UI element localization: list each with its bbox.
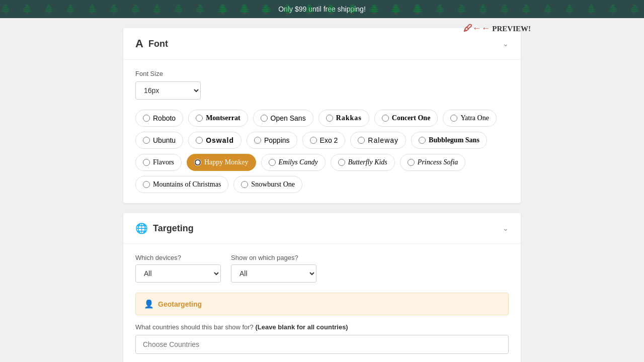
font-radio-poppins[interactable] xyxy=(254,137,261,144)
globe-icon: 🌐 xyxy=(135,222,148,234)
devices-group: Which devices? All Desktop Mobile Tablet xyxy=(135,254,221,283)
font-option-butterfly[interactable]: Butterfly Kids xyxy=(331,154,395,171)
font-option-princesssofia[interactable]: Princess Sofia xyxy=(400,154,466,171)
targeting-section-body: Which devices? All Desktop Mobile Tablet… xyxy=(123,244,521,362)
font-radio-butterfly[interactable] xyxy=(338,159,345,166)
font-radio-emilycandy[interactable] xyxy=(269,159,276,166)
font-option-raleway[interactable]: Raleway xyxy=(350,132,406,149)
pages-label: Show on which pages? xyxy=(231,254,316,261)
devices-label: Which devices? xyxy=(135,254,221,261)
font-option-rakkas[interactable]: Rakkas xyxy=(318,110,369,127)
font-title-text: Font xyxy=(148,39,168,49)
font-option-bubblegum[interactable]: Bubblegum Sans xyxy=(411,132,487,149)
font-label-bubblegum: Bubblegum Sans xyxy=(429,136,479,144)
countries-input[interactable] xyxy=(135,335,509,354)
font-label-raleway: Raleway xyxy=(368,136,398,144)
font-radio-opensans[interactable] xyxy=(261,115,268,122)
font-radio-flavors[interactable] xyxy=(143,159,150,166)
targeting-title-text: Targeting xyxy=(153,223,194,234)
font-label-montserrat: Montserrat xyxy=(206,114,240,122)
font-label-rakkas: Rakkas xyxy=(336,114,362,122)
font-option-flavors[interactable]: Flavors xyxy=(135,154,182,171)
font-radio-princesssofia[interactable] xyxy=(408,159,415,166)
font-option-exo2[interactable]: Exo 2 xyxy=(302,132,346,149)
font-label-happymonkey: Happy Monkey xyxy=(204,158,249,166)
font-radio-montserrat[interactable] xyxy=(196,115,203,122)
targeting-row: Which devices? All Desktop Mobile Tablet… xyxy=(135,254,509,283)
font-size-label: Font Size xyxy=(135,70,509,77)
font-section-title: A Font xyxy=(135,37,168,50)
targeting-chevron-icon[interactable]: ⌄ xyxy=(503,224,509,232)
preview-label: PREVIEW! xyxy=(492,25,531,33)
font-radio-raleway[interactable] xyxy=(358,137,365,144)
top-bar-message: Only $99 until free shipping! xyxy=(278,5,366,13)
font-label-roboto: Roboto xyxy=(153,114,176,122)
font-label-oswald: Oswald xyxy=(206,136,234,144)
font-section-body: Font Size 12px 14px 16px 18px 20px 24px … xyxy=(123,60,521,203)
preview-arrow: 🖊←← xyxy=(463,23,491,33)
font-option-mountains[interactable]: Mountains of Christmas xyxy=(135,176,228,193)
font-radio-mountains[interactable] xyxy=(143,181,150,188)
font-icon: A xyxy=(135,37,143,50)
font-section: A Font ⌄ Font Size 12px 14px 16px 18px 2… xyxy=(123,28,521,203)
font-radio-yatraone[interactable] xyxy=(450,115,457,122)
font-radio-oswald[interactable] xyxy=(196,137,203,144)
geotargeting-label: Geotargeting xyxy=(158,300,202,308)
top-bar: Only $99 until free shipping! xyxy=(0,0,644,18)
font-option-montserrat[interactable]: Montserrat xyxy=(188,110,248,127)
font-option-ubuntu[interactable]: Ubuntu xyxy=(135,132,183,149)
font-option-roboto[interactable]: Roboto xyxy=(135,110,183,127)
font-label-butterfly: Butterfly Kids xyxy=(348,158,387,166)
font-option-oswald[interactable]: Oswald xyxy=(188,132,242,149)
targeting-section: 🌐 Targeting ⌄ Which devices? All Desktop… xyxy=(123,213,521,362)
font-label-emilycandy: Emilys Candy xyxy=(279,158,318,166)
font-size-select[interactable]: 12px 14px 16px 18px 20px 24px xyxy=(135,81,201,100)
font-radio-snowburst[interactable] xyxy=(241,181,248,188)
font-label-yatraone: Yatra One xyxy=(460,114,489,122)
font-label-opensans: Open Sans xyxy=(271,114,306,122)
font-option-emilycandy[interactable]: Emilys Candy xyxy=(261,154,326,171)
countries-question: What countries should this bar show for?… xyxy=(135,323,509,331)
pages-group: Show on which pages? All Homepage Produc… xyxy=(231,254,316,283)
font-option-concertone[interactable]: Concert One xyxy=(374,110,438,127)
font-radio-ubuntu[interactable] xyxy=(143,137,150,144)
geotargeting-banner[interactable]: 👤 Geotargeting xyxy=(135,293,509,315)
font-radio-concertone[interactable] xyxy=(382,115,389,122)
font-radio-rakkas[interactable] xyxy=(326,115,333,122)
font-option-opensans[interactable]: Open Sans xyxy=(253,110,313,127)
font-label-ubuntu: Ubuntu xyxy=(153,136,176,144)
font-label-snowburst: Snowburst One xyxy=(251,180,295,189)
font-option-snowburst[interactable]: Snowburst One xyxy=(233,176,302,193)
font-option-poppins[interactable]: Poppins xyxy=(247,132,297,149)
font-radio-happymonkey[interactable] xyxy=(194,159,201,166)
targeting-section-header: 🌐 Targeting ⌄ xyxy=(123,213,521,244)
font-radio-bubblegum[interactable] xyxy=(419,137,426,144)
font-radio-exo2[interactable] xyxy=(310,137,317,144)
font-label-flavors: Flavors xyxy=(153,158,174,166)
font-label-poppins: Poppins xyxy=(264,136,290,144)
font-label-exo2: Exo 2 xyxy=(320,136,338,144)
font-option-happymonkey[interactable]: Happy Monkey xyxy=(187,154,256,171)
font-option-yatraone[interactable]: Yatra One xyxy=(443,110,497,127)
font-label-concertone: Concert One xyxy=(392,114,431,122)
font-grid: Roboto Montserrat Open Sans Rakkas xyxy=(135,110,509,193)
devices-select[interactable]: All Desktop Mobile Tablet xyxy=(135,264,221,283)
font-radio-roboto[interactable] xyxy=(143,115,150,122)
font-label-mountains: Mountains of Christmas xyxy=(153,180,221,189)
pages-select[interactable]: All Homepage Product pages Cart xyxy=(231,264,316,283)
preview-button[interactable]: 🖊←← PREVIEW! xyxy=(463,23,531,34)
targeting-section-title: 🌐 Targeting xyxy=(135,222,194,234)
font-chevron-icon[interactable]: ⌄ xyxy=(503,40,509,48)
geo-icon: 👤 xyxy=(144,299,154,309)
font-section-header: A Font ⌄ xyxy=(123,28,521,60)
countries-note: (Leave blank for all countries) xyxy=(255,323,348,331)
font-label-princesssofia: Princess Sofia xyxy=(418,158,458,166)
